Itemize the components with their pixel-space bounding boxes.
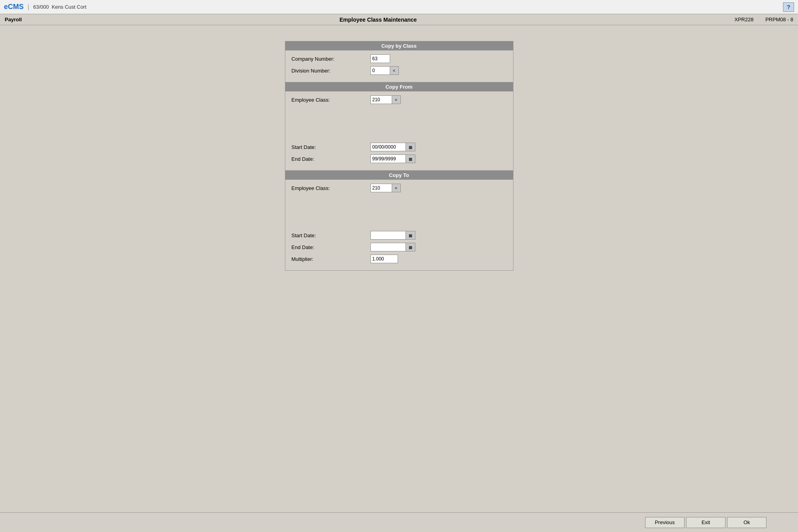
copy-from-start-date-input[interactable] (370, 143, 406, 151)
copy-from-end-date-input[interactable] (370, 154, 406, 163)
copy-to-start-date-row: Start Date: ▦ (292, 231, 507, 240)
copy-to-start-date-wrapper: ▦ (370, 231, 415, 240)
copy-from-employee-class-input[interactable] (370, 95, 392, 104)
division-number-field-wrapper: < (370, 66, 399, 75)
copy-from-end-date-wrapper: ▦ (370, 154, 415, 163)
copy-from-start-date-cal-btn[interactable]: ▦ (406, 143, 415, 151)
company-number-field-wrapper (370, 54, 390, 63)
copy-to-employee-class-wrapper: < (370, 184, 401, 192)
copy-to-employee-class-lookup-btn[interactable]: < (392, 184, 401, 192)
top-bar-divider: | (28, 4, 29, 11)
copy-by-class-body: Company Number: Division Number: < (285, 50, 513, 82)
help-button[interactable]: ? (783, 2, 794, 12)
copy-from-employee-class-wrapper: < (370, 95, 401, 104)
copy-from-start-date-label: Start Date: (292, 144, 370, 150)
copy-to-multiplier-wrapper (370, 255, 398, 263)
page-title: Employee Class Maintenance (340, 17, 417, 23)
page-number: PRPM08 - 8 (765, 17, 793, 22)
copy-to-multiplier-label: Multiplier: (292, 256, 370, 262)
copy-to-start-date-label: Start Date: (292, 233, 370, 238)
copy-to-employee-class-label: Employee Class: (292, 185, 370, 191)
copy-to-end-date-cal-btn[interactable]: ▦ (406, 243, 415, 251)
company-number-input[interactable] (370, 54, 390, 63)
menu-bar-right: XPR228 PRPM08 - 8 (735, 17, 793, 22)
copy-from-employee-class-row: Employee Class: < (292, 95, 507, 104)
previous-button[interactable]: Previous (645, 517, 685, 528)
bottom-bar: Previous Exit Ok (0, 512, 798, 532)
division-number-input[interactable] (370, 66, 390, 75)
division-number-row: Division Number: < (292, 66, 507, 75)
copy-to-end-date-wrapper: ▦ (370, 243, 415, 251)
exit-button[interactable]: Exit (686, 517, 725, 528)
copy-to-employee-class-input[interactable] (370, 184, 392, 192)
copy-to-spacer (292, 195, 507, 231)
copy-to-header: Copy To (285, 171, 513, 180)
copy-from-employee-class-label: Employee Class: (292, 97, 370, 103)
top-bar-left: eCMS | 63/000 Kens Cust Cort (4, 3, 86, 11)
copy-from-start-date-wrapper: ▦ (370, 143, 415, 151)
company-number-label: Company Number: (292, 56, 370, 62)
copy-to-multiplier-input[interactable] (370, 255, 398, 263)
division-number-lookup-btn[interactable]: < (390, 66, 399, 75)
copy-to-end-date-label: End Date: (292, 244, 370, 250)
copy-from-start-date-row: Start Date: ▦ (292, 143, 507, 151)
division-number-label: Division Number: (292, 68, 370, 74)
copy-from-end-date-label: End Date: (292, 156, 370, 162)
copy-to-end-date-row: End Date: ▦ (292, 243, 507, 251)
copy-from-employee-class-lookup-btn[interactable]: < (392, 95, 401, 104)
company-number-row: Company Number: (292, 54, 507, 63)
company-value: Kens Cust Cort (52, 4, 86, 10)
top-bar: eCMS | 63/000 Kens Cust Cort ? (0, 0, 798, 14)
copy-by-class-header: Copy by Class (285, 41, 513, 50)
module-label: Payroll (5, 17, 22, 22)
copy-from-body: Employee Class: < Start Date: ▦ End Date… (285, 91, 513, 171)
copy-to-start-date-cal-btn[interactable]: ▦ (406, 231, 415, 240)
menu-bar: Payroll Employee Class Maintenance XPR22… (0, 14, 798, 25)
main-content: Copy by Class Company Number: Division N… (0, 25, 798, 271)
copy-to-body: Employee Class: < Start Date: ▦ End Date… (285, 180, 513, 270)
copy-to-start-date-input[interactable] (370, 231, 406, 240)
page-code: XPR228 (735, 17, 753, 22)
copy-to-employee-class-row: Employee Class: < (292, 184, 507, 192)
ok-button[interactable]: Ok (727, 517, 766, 528)
copy-to-multiplier-row: Multiplier: (292, 255, 507, 263)
copy-from-end-date-row: End Date: ▦ (292, 154, 507, 163)
form-panel: Copy by Class Company Number: Division N… (285, 41, 513, 271)
copy-from-header: Copy From (285, 82, 513, 91)
copy-to-end-date-input[interactable] (370, 243, 406, 251)
ecms-logo: eCMS (4, 3, 24, 11)
copy-from-end-date-cal-btn[interactable]: ▦ (406, 154, 415, 163)
copy-from-spacer (292, 107, 507, 143)
session-value: 63/000 (33, 4, 49, 10)
session-info: 63/000 Kens Cust Cort (33, 4, 86, 10)
